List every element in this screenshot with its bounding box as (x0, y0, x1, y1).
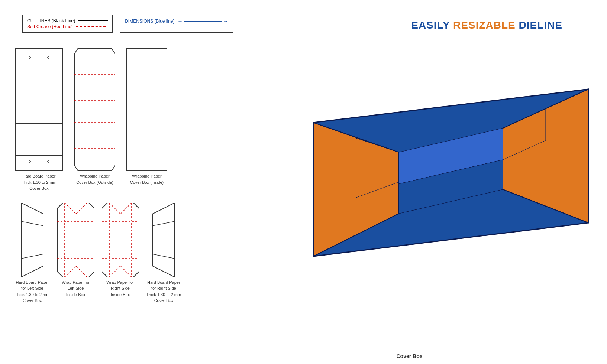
hardboard-diagram: Hard Board Paper Thick 1.30 to 2 mm Cove… (15, 48, 63, 192)
title-dieline: DIELINE (519, 19, 562, 31)
wrap-left-label: Wrap Paper for Left Side Inside Box (62, 279, 89, 298)
wrapping-outside-shape (74, 48, 115, 171)
hb-line-2 (16, 94, 62, 94)
svg-marker-26 (152, 203, 175, 277)
arrow-left-icon: ← (178, 18, 183, 24)
wrapping-outside-diagram: Wrapping Paper Cover Box (Outside) (74, 48, 115, 185)
cover-box-caption: Cover Box (396, 353, 422, 359)
diagrams-area: Hard Board Paper Thick 1.30 to 2 mm Cove… (15, 48, 245, 304)
main-title: EASILY RESIZABLE DIELINE (411, 19, 562, 31)
wrap-left-diagram: Wrap Paper for Left Side Inside Box (57, 203, 94, 298)
bottom-row-diagrams: Hard Board Paper for Left Side Thick 1.3… (15, 203, 245, 304)
wrap-left-shape (57, 203, 94, 277)
hardboard-left-diagram: Hard Board Paper for Left Side Thick 1.3… (15, 203, 50, 304)
hb-line-1 (16, 66, 62, 66)
hardboard-shape (15, 48, 63, 171)
soft-crease-label: Soft Crease (Red Line) (27, 24, 73, 29)
caption-area: Cover Box (212, 353, 607, 360)
wrapping-outside-label: Wrapping Paper Cover Box (Outside) (76, 173, 113, 185)
hb-line-4 (16, 155, 62, 156)
legend-box-cut-lines: CUT LINES (Black Line) Soft Crease (Red … (22, 15, 113, 33)
wrap-right-shape (102, 203, 139, 277)
top-row-diagrams: Hard Board Paper Thick 1.30 to 2 mm Cove… (15, 48, 245, 192)
wrap-right-diagram: Wrap Paper for Right Side Inside Box (102, 203, 139, 298)
hardboard-left-shape (21, 203, 43, 277)
hole-dot-4 (47, 160, 49, 163)
wrapping-inside-diagram: Wrapping Paper Cover Box (inside) (126, 48, 167, 185)
svg-marker-0 (74, 48, 115, 171)
title-resizable: RESIZABLE (453, 19, 516, 31)
dimensions-label: DIMENSIONS (Blue line) (125, 19, 174, 24)
hardboard-label: Hard Board Paper Thick 1.30 to 2 mm Cove… (22, 173, 56, 192)
hole-dot-3 (29, 160, 31, 163)
hardboard-right-shape (152, 203, 175, 277)
cut-lines-label: CUT LINES (Black Line) (27, 18, 75, 23)
arrow-right-icon: → (223, 18, 228, 24)
hardboard-right-diagram: Hard Board Paper for Right Side Thick 1.… (146, 203, 181, 304)
wrap-right-label: Wrap Paper for Right Side Inside Box (106, 279, 134, 298)
hardboard-left-label: Hard Board Paper for Left Side Thick 1.3… (15, 279, 50, 304)
hb-line-3 (16, 123, 62, 124)
legend-area: CUT LINES (Black Line) Soft Crease (Red … (22, 15, 233, 33)
3d-visualization (306, 67, 596, 282)
hole-dot-2 (47, 56, 49, 59)
wrapping-inside-shape (126, 48, 167, 171)
cut-line-sample (78, 20, 108, 21)
dim-line (184, 21, 222, 22)
hole-dot-1 (29, 56, 31, 59)
legend-box-dimensions: DIMENSIONS (Blue line) ← → (120, 15, 233, 33)
3d-box-svg (306, 67, 596, 282)
soft-crease-sample (76, 26, 106, 27)
title-easily: EASILY (411, 19, 450, 31)
svg-marker-5 (21, 203, 43, 277)
hardboard-right-label: Hard Board Paper for Right Side Thick 1.… (146, 279, 181, 304)
wrapping-inside-label: Wrapping Paper Cover Box (inside) (130, 173, 164, 185)
